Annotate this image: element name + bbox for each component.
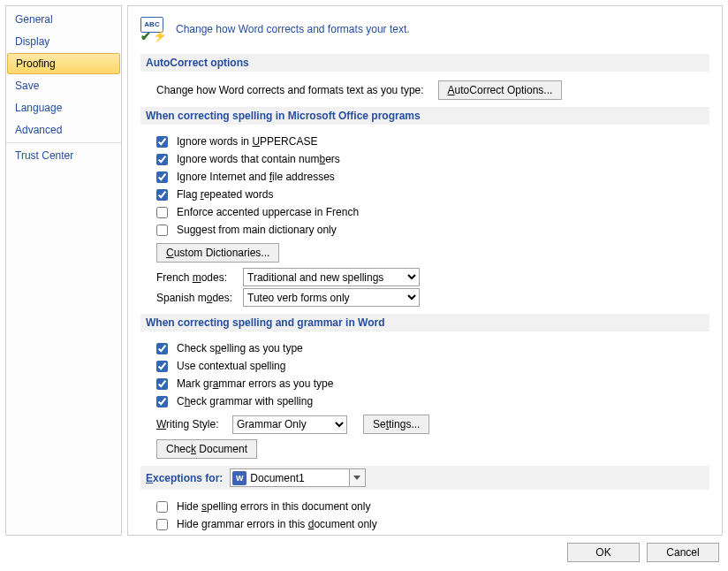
sidebar-item-language[interactable]: Language	[6, 97, 121, 118]
french-modes-label: French modes:	[156, 270, 238, 286]
section-autocorrect-header: AutoCorrect options	[140, 54, 709, 72]
ok-button[interactable]: OK	[567, 543, 640, 562]
checkbox-hide-spelling-errors[interactable]	[156, 501, 168, 513]
sidebar-item-advanced[interactable]: Advanced	[6, 119, 121, 141]
label-ignore-uppercase: Ignore words in UPPERCASE	[177, 133, 317, 149]
word-doc-icon: W	[232, 471, 246, 485]
label-hide-spelling-errors: Hide spelling errors in this document on…	[177, 499, 370, 514]
checkbox-ignore-internet[interactable]	[156, 171, 168, 183]
cancel-button[interactable]: Cancel	[647, 543, 719, 562]
category-sidebar: General Display Proofing Save Language A…	[5, 5, 122, 536]
check-document-button[interactable]: Check Document	[156, 439, 257, 459]
options-content: ABC ✔ ⚡ Change how Word corrects and for…	[127, 5, 723, 536]
checkbox-hide-grammar-errors[interactable]	[156, 519, 168, 530]
page-subtitle: Change how Word corrects and formats you…	[176, 23, 410, 35]
spanish-modes-select[interactable]: Tuteo verb forms only	[243, 288, 420, 307]
checkbox-grammar-with-spelling[interactable]	[156, 396, 168, 407]
custom-dictionaries-button[interactable]: Custom Dictionaries...	[156, 243, 279, 263]
checkbox-ignore-uppercase[interactable]	[156, 136, 168, 148]
checkbox-check-spelling-type[interactable]	[156, 343, 168, 354]
french-modes-select[interactable]: Traditional and new spellings	[243, 268, 420, 286]
writing-style-label: Writing Style:	[156, 416, 227, 432]
chevron-down-icon	[349, 469, 365, 486]
exceptions-document-select[interactable]: W Document1	[230, 468, 365, 487]
checkbox-french-accent[interactable]	[156, 207, 168, 218]
sidebar-item-display[interactable]: Display	[6, 31, 121, 52]
autocorrect-desc: Change how Word corrects and formats tex…	[156, 82, 424, 98]
checkbox-mark-grammar-type[interactable]	[156, 378, 168, 390]
writing-style-select[interactable]: Grammar Only	[232, 415, 347, 434]
section-word-header: When correcting spelling and grammar in …	[140, 314, 709, 331]
checkbox-ignore-numbers[interactable]	[156, 154, 168, 165]
label-flag-repeated: Flag repeated words	[177, 187, 273, 202]
sidebar-item-general[interactable]: General	[6, 9, 121, 30]
label-french-accent: Enforce accented uppercase in French	[177, 204, 359, 220]
checkbox-flag-repeated[interactable]	[156, 189, 168, 201]
label-contextual-spelling: Use contextual spelling	[177, 358, 285, 374]
label-hide-grammar-errors: Hide grammar errors in this document onl…	[177, 516, 377, 532]
autocorrect-options-button[interactable]: AutoCorrect Options...	[438, 80, 563, 100]
sidebar-item-trust-center[interactable]: Trust Center	[6, 142, 121, 166]
checkbox-main-dict[interactable]	[156, 225, 168, 236]
label-mark-grammar-type: Mark grammar errors as you type	[177, 376, 333, 392]
label-check-spelling-type: Check spelling as you type	[177, 340, 303, 356]
label-main-dict: Suggest from main dictionary only	[177, 222, 337, 238]
spanish-modes-label: Spanish modes:	[156, 290, 238, 306]
section-exceptions-header: Exceptions for: W Document1	[140, 466, 709, 490]
proofing-icon: ABC ✔ ⚡	[140, 17, 167, 42]
label-ignore-numbers: Ignore words that contain numbers	[177, 151, 340, 167]
section-office-header: When correcting spelling in Microsoft Of…	[140, 107, 709, 125]
sidebar-item-proofing[interactable]: Proofing	[7, 53, 120, 74]
label-grammar-with-spelling: Check grammar with spelling	[177, 393, 313, 409]
checkbox-contextual-spelling[interactable]	[156, 361, 168, 372]
label-ignore-internet: Ignore Internet and file addresses	[177, 169, 335, 185]
sidebar-item-save[interactable]: Save	[6, 75, 121, 96]
dialog-footer: OK Cancel	[0, 536, 728, 571]
settings-button[interactable]: Settings...	[363, 415, 429, 434]
